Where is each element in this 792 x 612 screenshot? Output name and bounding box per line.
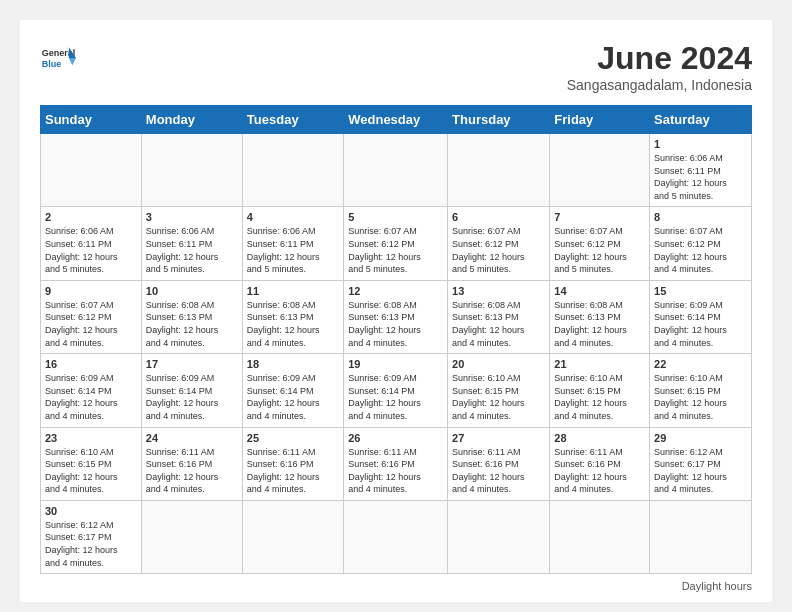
day-info: Sunrise: 6:10 AM Sunset: 6:15 PM Dayligh… <box>45 446 137 496</box>
day-info: Sunrise: 6:11 AM Sunset: 6:16 PM Dayligh… <box>247 446 339 496</box>
calendar-cell <box>141 500 242 573</box>
day-number: 25 <box>247 432 339 444</box>
day-number: 3 <box>146 211 238 223</box>
day-number: 17 <box>146 358 238 370</box>
calendar-cell <box>344 134 448 207</box>
day-number: 21 <box>554 358 645 370</box>
day-number: 20 <box>452 358 545 370</box>
day-number: 6 <box>452 211 545 223</box>
day-info: Sunrise: 6:07 AM Sunset: 6:12 PM Dayligh… <box>554 225 645 275</box>
calendar-cell <box>448 134 550 207</box>
calendar-cell: 12Sunrise: 6:08 AM Sunset: 6:13 PM Dayli… <box>344 280 448 353</box>
day-number: 29 <box>654 432 747 444</box>
col-header-monday: Monday <box>141 106 242 134</box>
day-number: 22 <box>654 358 747 370</box>
calendar-cell: 29Sunrise: 6:12 AM Sunset: 6:17 PM Dayli… <box>650 427 752 500</box>
day-number: 12 <box>348 285 443 297</box>
svg-text:Blue: Blue <box>42 59 62 69</box>
day-number: 1 <box>654 138 747 150</box>
page-header: General Blue June 2024 Sangasangadalam, … <box>40 40 752 93</box>
day-info: Sunrise: 6:07 AM Sunset: 6:12 PM Dayligh… <box>45 299 137 349</box>
day-info: Sunrise: 6:06 AM Sunset: 6:11 PM Dayligh… <box>247 225 339 275</box>
day-number: 13 <box>452 285 545 297</box>
day-info: Sunrise: 6:12 AM Sunset: 6:17 PM Dayligh… <box>45 519 137 569</box>
calendar-cell: 13Sunrise: 6:08 AM Sunset: 6:13 PM Dayli… <box>448 280 550 353</box>
calendar-week-3: 16Sunrise: 6:09 AM Sunset: 6:14 PM Dayli… <box>41 354 752 427</box>
calendar-cell <box>550 500 650 573</box>
calendar-cell: 27Sunrise: 6:11 AM Sunset: 6:16 PM Dayli… <box>448 427 550 500</box>
calendar-table: SundayMondayTuesdayWednesdayThursdayFrid… <box>40 105 752 574</box>
calendar-cell <box>650 500 752 573</box>
calendar-week-4: 23Sunrise: 6:10 AM Sunset: 6:15 PM Dayli… <box>41 427 752 500</box>
day-number: 8 <box>654 211 747 223</box>
calendar-week-2: 9Sunrise: 6:07 AM Sunset: 6:12 PM Daylig… <box>41 280 752 353</box>
day-number: 24 <box>146 432 238 444</box>
calendar-cell: 25Sunrise: 6:11 AM Sunset: 6:16 PM Dayli… <box>242 427 343 500</box>
calendar-cell: 17Sunrise: 6:09 AM Sunset: 6:14 PM Dayli… <box>141 354 242 427</box>
calendar-cell: 15Sunrise: 6:09 AM Sunset: 6:14 PM Dayli… <box>650 280 752 353</box>
calendar-cell <box>242 134 343 207</box>
calendar-cell: 16Sunrise: 6:09 AM Sunset: 6:14 PM Dayli… <box>41 354 142 427</box>
calendar-cell: 21Sunrise: 6:10 AM Sunset: 6:15 PM Dayli… <box>550 354 650 427</box>
calendar-cell <box>41 134 142 207</box>
day-info: Sunrise: 6:06 AM Sunset: 6:11 PM Dayligh… <box>45 225 137 275</box>
day-info: Sunrise: 6:08 AM Sunset: 6:13 PM Dayligh… <box>554 299 645 349</box>
day-number: 18 <box>247 358 339 370</box>
day-number: 15 <box>654 285 747 297</box>
daylight-label: Daylight hours <box>682 580 752 592</box>
calendar-header-row: SundayMondayTuesdayWednesdayThursdayFrid… <box>41 106 752 134</box>
col-header-wednesday: Wednesday <box>344 106 448 134</box>
calendar-cell: 26Sunrise: 6:11 AM Sunset: 6:16 PM Dayli… <box>344 427 448 500</box>
day-info: Sunrise: 6:08 AM Sunset: 6:13 PM Dayligh… <box>146 299 238 349</box>
day-info: Sunrise: 6:09 AM Sunset: 6:14 PM Dayligh… <box>654 299 747 349</box>
logo: General Blue <box>40 40 76 76</box>
col-header-saturday: Saturday <box>650 106 752 134</box>
day-info: Sunrise: 6:07 AM Sunset: 6:12 PM Dayligh… <box>348 225 443 275</box>
day-info: Sunrise: 6:09 AM Sunset: 6:14 PM Dayligh… <box>45 372 137 422</box>
day-number: 4 <box>247 211 339 223</box>
day-number: 28 <box>554 432 645 444</box>
day-info: Sunrise: 6:08 AM Sunset: 6:13 PM Dayligh… <box>348 299 443 349</box>
day-number: 16 <box>45 358 137 370</box>
calendar-cell: 3Sunrise: 6:06 AM Sunset: 6:11 PM Daylig… <box>141 207 242 280</box>
calendar-cell: 6Sunrise: 6:07 AM Sunset: 6:12 PM Daylig… <box>448 207 550 280</box>
calendar-cell: 8Sunrise: 6:07 AM Sunset: 6:12 PM Daylig… <box>650 207 752 280</box>
day-info: Sunrise: 6:07 AM Sunset: 6:12 PM Dayligh… <box>452 225 545 275</box>
day-info: Sunrise: 6:08 AM Sunset: 6:13 PM Dayligh… <box>452 299 545 349</box>
day-info: Sunrise: 6:10 AM Sunset: 6:15 PM Dayligh… <box>554 372 645 422</box>
day-number: 27 <box>452 432 545 444</box>
calendar-cell: 30Sunrise: 6:12 AM Sunset: 6:17 PM Dayli… <box>41 500 142 573</box>
day-number: 19 <box>348 358 443 370</box>
calendar-week-1: 2Sunrise: 6:06 AM Sunset: 6:11 PM Daylig… <box>41 207 752 280</box>
logo-icon: General Blue <box>40 40 76 76</box>
day-number: 9 <box>45 285 137 297</box>
day-info: Sunrise: 6:09 AM Sunset: 6:14 PM Dayligh… <box>146 372 238 422</box>
title-block: June 2024 Sangasangadalam, Indonesia <box>567 40 752 93</box>
svg-marker-3 <box>69 58 76 65</box>
day-number: 26 <box>348 432 443 444</box>
calendar-cell: 28Sunrise: 6:11 AM Sunset: 6:16 PM Dayli… <box>550 427 650 500</box>
calendar-cell: 10Sunrise: 6:08 AM Sunset: 6:13 PM Dayli… <box>141 280 242 353</box>
calendar-cell: 24Sunrise: 6:11 AM Sunset: 6:16 PM Dayli… <box>141 427 242 500</box>
calendar-cell <box>141 134 242 207</box>
day-info: Sunrise: 6:10 AM Sunset: 6:15 PM Dayligh… <box>654 372 747 422</box>
calendar-cell: 11Sunrise: 6:08 AM Sunset: 6:13 PM Dayli… <box>242 280 343 353</box>
month-title: June 2024 <box>567 40 752 77</box>
calendar-cell: 5Sunrise: 6:07 AM Sunset: 6:12 PM Daylig… <box>344 207 448 280</box>
day-info: Sunrise: 6:12 AM Sunset: 6:17 PM Dayligh… <box>654 446 747 496</box>
day-number: 2 <box>45 211 137 223</box>
col-header-sunday: Sunday <box>41 106 142 134</box>
day-info: Sunrise: 6:07 AM Sunset: 6:12 PM Dayligh… <box>654 225 747 275</box>
day-info: Sunrise: 6:10 AM Sunset: 6:15 PM Dayligh… <box>452 372 545 422</box>
calendar-week-0: 1Sunrise: 6:06 AM Sunset: 6:11 PM Daylig… <box>41 134 752 207</box>
calendar-cell: 18Sunrise: 6:09 AM Sunset: 6:14 PM Dayli… <box>242 354 343 427</box>
day-info: Sunrise: 6:11 AM Sunset: 6:16 PM Dayligh… <box>146 446 238 496</box>
calendar-cell: 1Sunrise: 6:06 AM Sunset: 6:11 PM Daylig… <box>650 134 752 207</box>
calendar-cell <box>242 500 343 573</box>
day-info: Sunrise: 6:11 AM Sunset: 6:16 PM Dayligh… <box>554 446 645 496</box>
calendar-cell: 19Sunrise: 6:09 AM Sunset: 6:14 PM Dayli… <box>344 354 448 427</box>
day-info: Sunrise: 6:06 AM Sunset: 6:11 PM Dayligh… <box>654 152 747 202</box>
day-number: 5 <box>348 211 443 223</box>
day-number: 11 <box>247 285 339 297</box>
calendar-cell: 22Sunrise: 6:10 AM Sunset: 6:15 PM Dayli… <box>650 354 752 427</box>
